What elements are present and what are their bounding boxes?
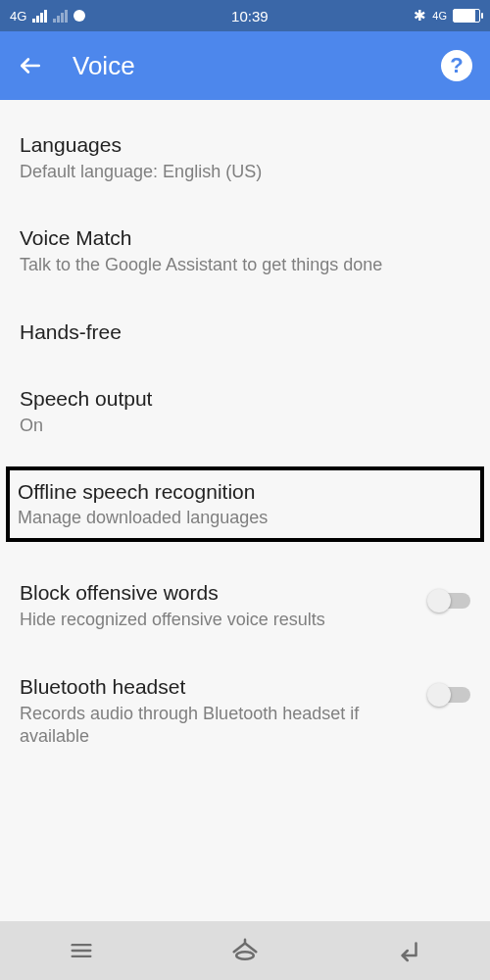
help-icon: ? [450,53,463,78]
nav-home-button[interactable] [225,931,265,970]
setting-speech-output[interactable]: Speech output On [0,387,490,437]
home-icon [230,936,260,965]
setting-block-offensive[interactable]: Block offensive words Hide recognized of… [0,581,490,631]
network-label: 4G [10,9,26,24]
setting-title: Voice Match [20,226,470,250]
data-label: 4G [432,10,447,22]
toggle-bluetooth-headset[interactable] [429,687,470,703]
setting-title: Bluetooth headset [20,675,410,699]
status-dot-icon [74,10,85,22]
system-nav-bar [0,921,490,980]
svg-point-4 [236,952,254,959]
nav-recent-button[interactable] [62,931,101,970]
app-header: Voice ? [0,31,490,100]
setting-title: Hands-free [20,320,470,344]
status-time: 10:39 [85,8,414,24]
back-icon [394,936,423,965]
setting-subtitle: Records audio through Bluetooth headset … [20,703,410,749]
setting-hands-free[interactable]: Hands-free [0,320,490,344]
back-button[interactable] [18,53,43,78]
menu-icon [68,937,95,964]
status-left: 4G [10,9,85,24]
nav-back-button[interactable] [389,931,428,970]
settings-list: Languages Default language: English (US)… [0,100,490,748]
setting-title: Languages [20,133,470,157]
status-bar: 4G 10:39 ✱ 4G [0,0,490,31]
setting-title: Speech output [20,387,470,411]
arrow-back-icon [18,53,43,78]
setting-subtitle: Talk to the Google Assistant to get thin… [20,254,470,276]
battery-icon [453,9,480,23]
toggle-knob-icon [427,589,451,612]
setting-title: Block offensive words [20,581,410,605]
toggle-knob-icon [427,683,451,707]
setting-subtitle: Manage downloaded languages [18,508,472,528]
status-right: ✱ 4G [414,7,480,24]
help-button[interactable]: ? [441,50,472,81]
bluetooth-icon: ✱ [414,7,426,24]
setting-subtitle: On [20,415,470,437]
page-title: Voice [73,51,441,81]
signal-bars-sim2-icon [53,10,68,23]
setting-subtitle: Hide recognized offensive voice results [20,609,410,631]
setting-voice-match[interactable]: Voice Match Talk to the Google Assistant… [0,226,490,276]
signal-bars-sim1-icon [32,10,47,23]
setting-subtitle: Default language: English (US) [20,161,470,183]
toggle-block-offensive[interactable] [429,593,470,609]
setting-languages[interactable]: Languages Default language: English (US) [0,133,490,183]
setting-offline-speech[interactable]: Offline speech recognition Manage downlo… [6,466,484,542]
setting-bluetooth-headset[interactable]: Bluetooth headset Records audio through … [0,675,490,749]
setting-title: Offline speech recognition [18,480,472,504]
